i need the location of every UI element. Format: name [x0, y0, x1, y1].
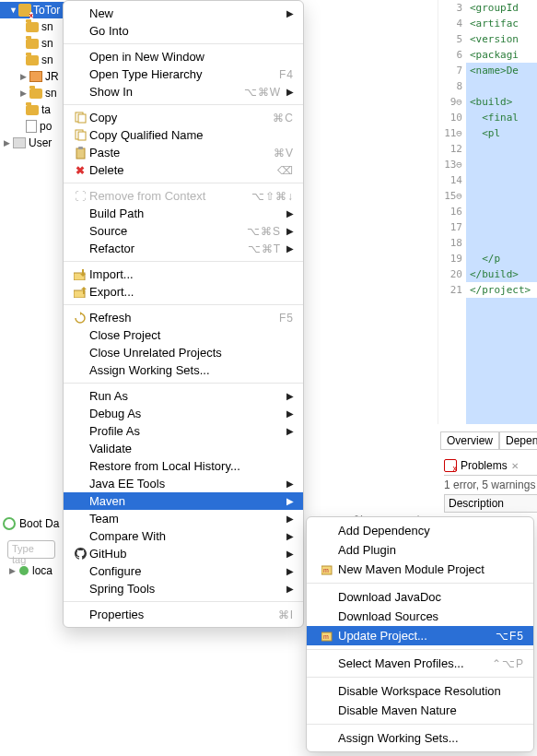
submenu-item-assign-working-sets[interactable]: Assign Working Sets... — [307, 728, 533, 748]
menu-item-label: Spring Tools — [89, 582, 281, 596]
menu-item-source[interactable]: Source⌥⌘S▶ — [64, 222, 303, 240]
submenu-item-disable-workspace-resolution[interactable]: Disable Workspace Resolution — [307, 681, 533, 701]
refresh-icon — [71, 312, 89, 325]
menu-item-copy-qualified-name[interactable]: Copy Qualified Name — [64, 126, 303, 144]
menu-item-label: Paste — [89, 146, 274, 159]
line-number: 21 — [438, 282, 462, 298]
submenu-item-add-dependency[interactable]: Add Dependency — [307, 521, 533, 540]
menu-item-label: Debug As — [89, 407, 281, 420]
menu-item-copy[interactable]: Copy⌘C — [64, 109, 303, 126]
workingset-icon — [13, 137, 26, 148]
menu-item-new[interactable]: New▶ — [64, 5, 303, 22]
menu-item-build-path[interactable]: Build Path▶ — [64, 205, 303, 222]
problems-column-header[interactable]: Description — [444, 494, 537, 513]
tag-filter-input[interactable]: Type tag — [7, 540, 55, 559]
code-line[interactable] — [466, 235, 537, 251]
menu-item-assign-working-sets[interactable]: Assign Working Sets... — [64, 361, 303, 379]
local-node[interactable]: ▶ loca — [9, 564, 53, 577]
code-line[interactable] — [466, 141, 537, 157]
menu-item-refactor[interactable]: Refactor⌥⌘T▶ — [64, 240, 303, 257]
code-line[interactable] — [466, 219, 537, 235]
menu-item-open-type-hierarchy[interactable]: Open Type HierarchyF4 — [64, 65, 303, 83]
code-line[interactable]: <groupId — [466, 0, 537, 16]
menu-item-label: Select Maven Profiles... — [338, 656, 492, 670]
code-line[interactable] — [466, 188, 537, 204]
menu-item-label: Download JavaDoc — [338, 590, 524, 604]
code-editor[interactable]: 3456789⊖1011⊖1213⊖1415⊖161718192021 <gro… — [438, 0, 537, 424]
line-number: 17 — [438, 219, 462, 235]
menu-item-export[interactable]: Export... — [64, 283, 303, 301]
submenu-arrow-icon: ▶ — [286, 514, 294, 524]
menu-item-close-project[interactable]: Close Project — [64, 326, 303, 344]
code-line[interactable]: <pl — [466, 125, 537, 141]
boot-title[interactable]: Boot Da — [19, 517, 59, 530]
menu-item-java-ee-tools[interactable]: Java EE Tools▶ — [64, 475, 303, 492]
code-line[interactable]: <name>De — [466, 63, 537, 78]
submenu-item-disable-maven-nature[interactable]: Disable Maven Nature — [307, 701, 533, 720]
menu-item-properties[interactable]: Properties⌘I — [64, 606, 303, 623]
menu-item-spring-tools[interactable]: Spring Tools▶ — [64, 580, 303, 597]
submenu-item-download-javadoc[interactable]: Download JavaDoc — [307, 587, 533, 607]
menu-item-configure[interactable]: Configure▶ — [64, 562, 303, 580]
folder-icon — [26, 105, 39, 115]
code-line[interactable]: </build> — [466, 266, 537, 282]
menu-item-delete[interactable]: ✖Delete⌫ — [64, 161, 303, 179]
submenu-item-download-sources[interactable]: Download Sources — [307, 607, 533, 626]
problems-title[interactable]: Problems — [461, 459, 508, 472]
code-line[interactable]: <packagi — [466, 47, 537, 63]
line-number: 18 — [438, 235, 462, 251]
menu-item-validate[interactable]: Validate — [64, 440, 303, 457]
menu-item-restore-from-local-history[interactable]: Restore from Local History... — [64, 457, 303, 475]
menu-item-import[interactable]: Import... — [64, 266, 303, 283]
code-line[interactable] — [466, 172, 537, 188]
line-number: 4 — [438, 16, 462, 31]
tab-overview[interactable]: Overview — [440, 432, 499, 450]
editor-code[interactable]: <groupId<artifac<version<packagi<name>De… — [466, 0, 537, 424]
paste-icon — [71, 147, 89, 159]
menu-item-team[interactable]: Team▶ — [64, 510, 303, 527]
menu-item-label: Import... — [89, 267, 294, 281]
code-line[interactable] — [466, 157, 537, 172]
line-number: 19 — [438, 251, 462, 266]
code-line[interactable]: <build> — [466, 94, 537, 110]
menu-item-maven[interactable]: Maven▶ — [64, 492, 303, 510]
code-line[interactable]: </p — [466, 251, 537, 266]
menu-item-debug-as[interactable]: Debug As▶ — [64, 405, 303, 422]
code-line[interactable] — [466, 78, 537, 94]
menu-item-paste[interactable]: Paste⌘V — [64, 144, 303, 161]
submenu-item-select-maven-profiles[interactable]: Select Maven Profiles...⌃⌥P — [307, 654, 533, 673]
code-line[interactable]: <artifac — [466, 16, 537, 31]
project-label: ToTor — [33, 4, 60, 17]
menu-separator — [64, 601, 303, 602]
submenu-item-update-project[interactable]: mUpdate Project...⌥F5 — [307, 626, 533, 645]
menu-item-label: Java EE Tools — [89, 477, 281, 490]
menu-item-compare-with[interactable]: Compare With▶ — [64, 527, 303, 545]
menu-item-label: Copy — [89, 111, 273, 124]
boot-dashboard-view: Boot Da — [0, 514, 64, 533]
menu-item-github[interactable]: GitHub▶ — [64, 545, 303, 562]
menu-item-label: Remove from Context — [89, 189, 251, 203]
problems-summary: 1 error, 5 warnings — [444, 476, 537, 494]
code-line[interactable]: </project> — [466, 282, 537, 298]
menu-item-label: Team — [89, 512, 281, 526]
code-line[interactable]: <version — [466, 31, 537, 47]
svg-rect-1 — [78, 114, 86, 123]
menu-item-profile-as[interactable]: Profile As▶ — [64, 422, 303, 440]
menu-item-label: Download Sources — [338, 609, 524, 623]
line-number: 3 — [438, 0, 462, 16]
menu-item-show-in[interactable]: Show In⌥⌘W▶ — [64, 83, 303, 100]
code-line[interactable]: <final — [466, 110, 537, 125]
code-line[interactable] — [466, 204, 537, 219]
menu-item-run-as[interactable]: Run As▶ — [64, 387, 303, 405]
menu-item-label: Disable Maven Nature — [338, 703, 524, 717]
menu-item-close-unrelated-projects[interactable]: Close Unrelated Projects — [64, 344, 303, 361]
menu-item-go-into[interactable]: Go Into — [64, 22, 303, 40]
menu-item-label: Run As — [89, 389, 281, 403]
menu-item-open-in-new-window[interactable]: Open in New Window — [64, 48, 303, 65]
submenu-item-add-plugin[interactable]: Add Plugin — [307, 540, 533, 560]
menu-item-refresh[interactable]: RefreshF5 — [64, 309, 303, 326]
close-icon[interactable]: ✕ — [511, 461, 519, 471]
submenu-item-new-maven-module-project[interactable]: mNew Maven Module Project — [307, 560, 533, 579]
editor-bottom-tabs: Overview Depend — [440, 431, 537, 450]
tab-dependencies[interactable]: Depend — [499, 432, 537, 450]
